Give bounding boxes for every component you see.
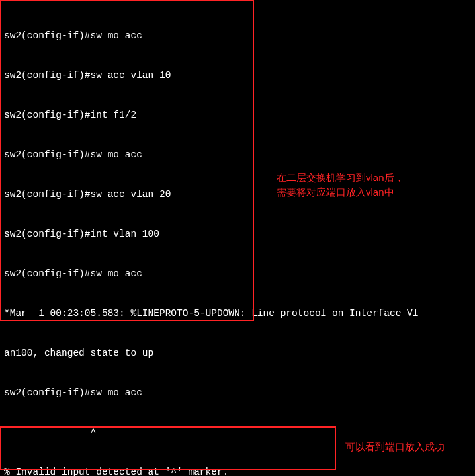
cli-line: *Mar 1 00:23:05.583: %LINEPROTO-5-UPDOWN… bbox=[4, 307, 471, 320]
annotation-port-success: 可以看到端口放入成功 bbox=[345, 440, 445, 454]
annotation-learn-vlan: 在二层交换机学习到vlan后， 需要将对应端口放入vlan中 bbox=[277, 171, 404, 200]
cli-line: sw2(config-if)#sw mo acc bbox=[4, 148, 471, 161]
cli-line: an100, changed state to up bbox=[4, 346, 471, 360]
cli-line: sw2(config-if)#int vlan 100 bbox=[4, 227, 471, 241]
cli-line: sw2(config-if)#sw mo acc bbox=[4, 386, 471, 399]
cli-line: sw2(config-if)#sw mo acc bbox=[4, 29, 471, 42]
cli-line: % Invalid input detected at '^' marker. bbox=[4, 465, 471, 476]
cli-line: sw2(config-if)#sw mo acc bbox=[4, 267, 471, 280]
cli-line: sw2(config-if)#int f1/2 bbox=[4, 108, 471, 122]
cli-line: ^ bbox=[4, 426, 471, 439]
cli-line: sw2(config-if)#sw acc vlan 10 bbox=[4, 69, 471, 82]
terminal-output[interactable]: sw2(config-if)#sw mo acc sw2(config-if)#… bbox=[0, 0, 475, 476]
